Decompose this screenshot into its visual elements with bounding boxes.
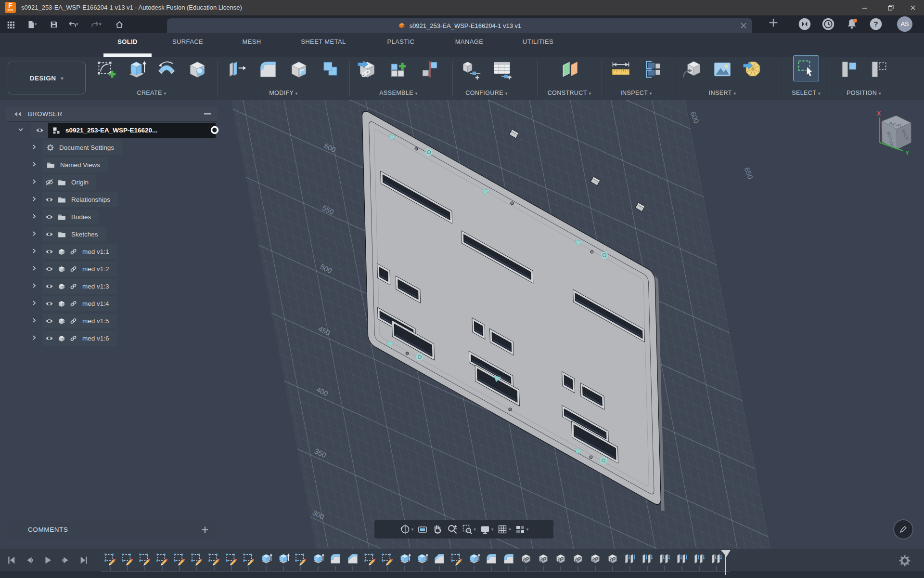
recent-icon[interactable] <box>821 17 835 31</box>
timeline-feature-joint[interactable] <box>675 552 689 565</box>
go-to-start-button[interactable] <box>4 553 18 567</box>
timeline-feature-link[interactable] <box>606 552 619 565</box>
revert-position-button[interactable] <box>868 59 889 80</box>
timeline-feature-sketch[interactable] <box>363 552 377 565</box>
chevron-right-icon[interactable] <box>31 248 38 256</box>
timeline-feature-link[interactable] <box>589 552 602 565</box>
group-label-construct[interactable]: CONSTRUCT ▾ <box>548 90 591 96</box>
document-tab[interactable]: s0921_253-EA_WSP-E166204-1 v13 v1 <box>167 18 752 33</box>
chevron-right-icon[interactable] <box>31 300 38 308</box>
config-table-button[interactable] <box>491 59 513 80</box>
insert-mesh-button[interactable] <box>742 59 763 80</box>
timeline-feature-chamfer[interactable] <box>346 552 359 565</box>
timeline-feature-sketch[interactable] <box>121 552 134 565</box>
add-comment-icon[interactable] <box>201 526 209 534</box>
group-label-select[interactable]: SELECT ▾ <box>792 90 821 96</box>
timeline-feature-sketch[interactable] <box>103 552 117 565</box>
timeline-feature-sketch[interactable] <box>381 552 394 565</box>
help-icon[interactable]: ? <box>869 17 883 31</box>
file-caret-icon[interactable]: ▾ <box>35 22 37 26</box>
revolve-button[interactable] <box>156 59 178 80</box>
timeline-feature-fillet[interactable] <box>485 552 498 565</box>
tree-row[interactable]: Document Settings <box>6 139 218 157</box>
tree-row[interactable]: med v1:3 <box>6 278 218 295</box>
look-at-tool[interactable] <box>417 524 428 535</box>
play-button[interactable] <box>40 553 55 567</box>
timeline-feature-joint[interactable] <box>623 552 637 565</box>
step-back-button[interactable] <box>22 553 37 567</box>
tree-row[interactable]: Origin <box>6 174 218 191</box>
minimize-panel-icon[interactable] <box>204 113 211 115</box>
shell-button[interactable] <box>288 59 309 80</box>
visibility-eye-icon[interactable] <box>45 282 53 290</box>
tree-row[interactable]: s0921_253-EA_WSP-E16620... <box>6 122 218 139</box>
design-dropdown[interactable]: DESIGN▾ <box>8 62 86 94</box>
viewports-tool[interactable]: ▾ <box>514 524 529 535</box>
selected-point-marker[interactable] <box>425 149 433 156</box>
timeline-settings-gear-icon[interactable] <box>898 554 911 567</box>
hole-point-marker[interactable] <box>509 408 512 411</box>
chevron-down-icon[interactable] <box>17 126 24 135</box>
save-icon[interactable] <box>48 19 60 30</box>
capture-position-button[interactable] <box>838 59 860 80</box>
visibility-eye-icon[interactable] <box>45 213 53 221</box>
group-label-modify[interactable]: MODIFY ▾ <box>269 90 298 96</box>
group-label-inspect[interactable]: INSPECT ▾ <box>620 90 652 96</box>
tab-close-icon[interactable] <box>740 22 747 29</box>
collapse-panel-icon[interactable] <box>13 111 23 117</box>
ribbon-tab-solid[interactable]: SOLID <box>117 38 138 45</box>
timeline-feature-extrude[interactable] <box>311 552 325 565</box>
ribbon-tab-plastic[interactable]: PLASTIC <box>387 38 415 45</box>
timeline-feature-sketch[interactable] <box>242 552 256 565</box>
chevron-right-icon[interactable] <box>31 144 38 152</box>
timeline-feature-joint[interactable] <box>641 552 654 565</box>
tree-row[interactable]: med v1:4 <box>6 295 218 313</box>
visibility-eye-icon[interactable] <box>31 123 48 138</box>
visibility-eye-icon[interactable] <box>45 196 53 204</box>
timeline-feature-link[interactable] <box>571 552 585 565</box>
zoom-tool[interactable] <box>447 524 458 535</box>
extrude-button[interactable] <box>126 59 147 80</box>
timeline-feature-extrude[interactable] <box>259 552 273 565</box>
chevron-right-icon[interactable] <box>31 213 38 222</box>
home-icon[interactable] <box>114 19 125 30</box>
timeline-feature-joint[interactable] <box>710 552 723 565</box>
insert-link-button[interactable] <box>357 59 378 80</box>
chevron-right-icon[interactable] <box>31 317 38 326</box>
zoom-window-tool[interactable]: ▾ <box>462 524 476 535</box>
chevron-right-icon[interactable] <box>31 230 38 239</box>
ribbon-tab-manage[interactable]: MANAGE <box>455 38 484 45</box>
timeline-feature-joint[interactable] <box>693 552 706 565</box>
timeline-feature-sketch[interactable] <box>450 552 463 565</box>
select-button[interactable] <box>793 55 819 81</box>
redo-caret-icon[interactable]: ▾ <box>99 22 102 26</box>
timeline-feature-extrude[interactable] <box>398 552 411 565</box>
comments-bar[interactable]: COMMENTS <box>6 521 218 539</box>
timeline-feature-joint[interactable] <box>658 552 671 565</box>
tree-row[interactable]: med v1:6 <box>6 330 218 347</box>
timeline-feature-sketch[interactable] <box>225 552 238 565</box>
selected-point-marker[interactable] <box>600 457 607 464</box>
visibility-eye-icon[interactable] <box>45 317 53 325</box>
chevron-right-icon[interactable] <box>31 196 38 204</box>
timeline-feature-link[interactable] <box>519 552 533 565</box>
canvas-button[interactable] <box>712 59 733 80</box>
timeline-feature-sketch[interactable] <box>138 552 152 565</box>
section-analysis-button[interactable] <box>641 59 662 80</box>
timeline-feature-sketch[interactable] <box>173 552 186 565</box>
timeline-feature-sketch[interactable] <box>207 552 221 565</box>
tree-row[interactable]: Bodies <box>6 209 218 226</box>
offset-plane-button[interactable] <box>559 59 580 80</box>
timeline-feature-fillet[interactable] <box>329 552 342 565</box>
ribbon-tab-surface[interactable]: SURFACE <box>172 38 203 45</box>
chevron-right-icon[interactable] <box>31 265 38 274</box>
visibility-eye-icon[interactable] <box>45 230 53 238</box>
tree-row[interactable]: med v1:2 <box>6 261 218 278</box>
timeline-feature-sketch[interactable] <box>190 552 204 565</box>
visibility-eye-icon[interactable] <box>45 334 53 342</box>
timeline-feature-extrude[interactable] <box>467 552 481 565</box>
new-component-button[interactable] <box>388 59 409 80</box>
tree-row[interactable]: Sketches <box>6 226 218 243</box>
orbit-tool[interactable]: ▾ <box>399 524 414 535</box>
minimize-button[interactable] <box>854 0 876 15</box>
